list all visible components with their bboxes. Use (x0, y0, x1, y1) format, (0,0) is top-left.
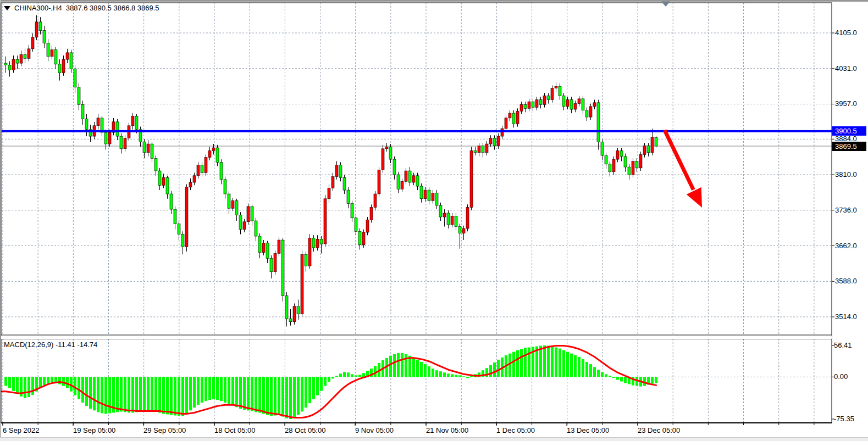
macd-histogram-bar (339, 373, 342, 377)
macd-histogram-bar (270, 377, 273, 416)
macd-histogram-bar (324, 377, 327, 386)
macd-histogram-bar (243, 377, 246, 410)
candle-body (528, 102, 530, 108)
macd-histogram-bar (620, 377, 623, 381)
macd-histogram-bar (432, 369, 434, 377)
macd-histogram-bar (451, 374, 454, 377)
macd-histogram-bar (328, 377, 330, 382)
macd-histogram-bar (605, 374, 607, 377)
candle-body (16, 59, 19, 63)
macd-histogram-bar (266, 377, 269, 415)
macd-histogram-bar (62, 377, 65, 386)
macd-histogram-bar (397, 353, 400, 377)
macd-histogram-bar (424, 364, 427, 377)
candle-body (235, 200, 238, 215)
candle-body (639, 154, 642, 168)
horizontal-line-object[interactable] (2, 130, 832, 132)
candle-body (420, 186, 423, 199)
chart-window: CHINA300-,H4 3887.6 3890.5 3866.8 3869.5… (0, 0, 868, 441)
candle-body (220, 162, 223, 179)
macd-histogram-bar (158, 377, 161, 412)
chart-canvas[interactable] (0, 0, 868, 441)
candle-body (39, 22, 42, 31)
macd-histogram-bar (308, 377, 311, 403)
candle-body (301, 254, 303, 314)
macd-histogram-bar (405, 354, 407, 377)
macd-histogram-bar (466, 377, 469, 378)
candle-body (470, 150, 473, 207)
candle-body (8, 65, 11, 70)
pane-splitter[interactable] (1, 336, 832, 339)
candle-body (224, 180, 226, 194)
candle-body (370, 208, 373, 220)
macd-histogram-bar (351, 374, 353, 377)
macd-histogram-bar (162, 377, 165, 414)
candle-body (178, 224, 180, 234)
candle-body (570, 100, 573, 109)
candle-body (474, 150, 477, 152)
macd-histogram-bar (585, 362, 588, 377)
macd-histogram-bar (316, 377, 319, 395)
candle-body (393, 159, 396, 175)
macd-histogram-bar (289, 377, 292, 419)
candle-body (147, 144, 150, 153)
time-axis-label: 19 Sep 05:00 (73, 426, 115, 435)
macd-histogram-bar (435, 370, 438, 377)
macd-histogram-bar (447, 373, 450, 377)
time-axis-label: 18 Oct 05:00 (214, 426, 255, 435)
candle-body (443, 213, 446, 217)
macd-axis-label: -75.35 (834, 415, 854, 423)
macd-histogram-bar (320, 377, 323, 390)
candle-body (497, 136, 500, 146)
macd-histogram-bar (559, 349, 561, 377)
candle-body (135, 116, 138, 129)
macd-histogram-bar (255, 377, 257, 412)
trend-arrow-head[interactable] (687, 187, 702, 208)
candle-body (154, 158, 157, 171)
symbol-dropdown-icon[interactable] (4, 6, 10, 10)
candle-body (174, 209, 176, 224)
candle-body (624, 157, 627, 167)
candle-body (535, 100, 538, 108)
candle-body (428, 190, 430, 200)
macd-histogram-bar (528, 348, 530, 377)
candle-body (81, 104, 84, 119)
macd-histogram-bar (78, 377, 80, 399)
macd-histogram-bar (85, 377, 88, 406)
symbol-period-label: CHINA300-,H4 (14, 4, 62, 12)
macd-histogram-bar (231, 377, 234, 405)
candle-body (358, 231, 361, 244)
macd-histogram-bar (543, 345, 546, 377)
candle-body (312, 238, 315, 248)
macd-histogram-bar (4, 377, 7, 386)
candle-body (20, 54, 23, 63)
macd-histogram-bar (120, 377, 123, 411)
candle-body (324, 199, 327, 244)
candle-body (466, 208, 469, 228)
candle-body (328, 188, 330, 199)
candle-body (597, 103, 600, 142)
candle-body (189, 182, 192, 187)
candle-body (4, 63, 7, 65)
candle-body (620, 150, 623, 156)
candle-body (343, 177, 346, 190)
candle-body (297, 306, 300, 314)
candle-body (532, 102, 534, 107)
time-axis-label: 21 Nov 05:00 (426, 426, 468, 435)
macd-histogram-bar (154, 377, 157, 411)
candle-body (47, 43, 49, 56)
candle-body (366, 220, 369, 232)
candle-body (289, 319, 292, 322)
macd-histogram-bar (204, 377, 207, 401)
candle-body (635, 161, 638, 168)
candle-body (247, 206, 250, 222)
candle-body (320, 239, 323, 244)
candle-body (462, 228, 465, 233)
macd-histogram-bar (566, 352, 569, 377)
candle-body (501, 129, 504, 136)
macd-histogram-bar (166, 377, 169, 414)
candle-body (58, 64, 61, 73)
candle-body (266, 243, 269, 258)
candle-body (70, 53, 73, 69)
time-axis-label: 23 Dec 05:00 (638, 426, 680, 435)
